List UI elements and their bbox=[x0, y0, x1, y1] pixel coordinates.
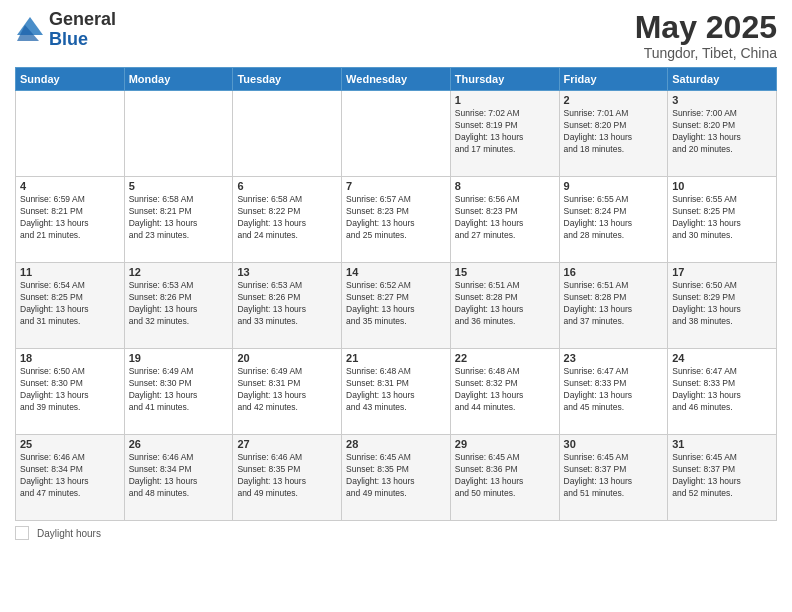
calendar-table: Sunday Monday Tuesday Wednesday Thursday… bbox=[15, 67, 777, 521]
calendar-cell-2-0: 11Sunrise: 6:54 AM Sunset: 8:25 PM Dayli… bbox=[16, 263, 125, 349]
day-info: Sunrise: 6:53 AM Sunset: 8:26 PM Dayligh… bbox=[237, 280, 337, 328]
day-info: Sunrise: 7:01 AM Sunset: 8:20 PM Dayligh… bbox=[564, 108, 664, 156]
header-friday: Friday bbox=[559, 68, 668, 91]
day-info: Sunrise: 6:57 AM Sunset: 8:23 PM Dayligh… bbox=[346, 194, 446, 242]
header: General Blue May 2025 Tungdor, Tibet, Ch… bbox=[15, 10, 777, 61]
calendar-cell-0-3 bbox=[342, 91, 451, 177]
day-info: Sunrise: 6:48 AM Sunset: 8:31 PM Dayligh… bbox=[346, 366, 446, 414]
calendar-cell-4-4: 29Sunrise: 6:45 AM Sunset: 8:36 PM Dayli… bbox=[450, 435, 559, 521]
day-info: Sunrise: 6:55 AM Sunset: 8:25 PM Dayligh… bbox=[672, 194, 772, 242]
calendar-cell-4-6: 31Sunrise: 6:45 AM Sunset: 8:37 PM Dayli… bbox=[668, 435, 777, 521]
day-number: 24 bbox=[672, 352, 772, 364]
day-number: 9 bbox=[564, 180, 664, 192]
page: General Blue May 2025 Tungdor, Tibet, Ch… bbox=[0, 0, 792, 612]
calendar-cell-2-3: 14Sunrise: 6:52 AM Sunset: 8:27 PM Dayli… bbox=[342, 263, 451, 349]
calendar-cell-4-5: 30Sunrise: 6:45 AM Sunset: 8:37 PM Dayli… bbox=[559, 435, 668, 521]
day-info: Sunrise: 6:52 AM Sunset: 8:27 PM Dayligh… bbox=[346, 280, 446, 328]
day-number: 20 bbox=[237, 352, 337, 364]
calendar-cell-4-2: 27Sunrise: 6:46 AM Sunset: 8:35 PM Dayli… bbox=[233, 435, 342, 521]
day-number: 7 bbox=[346, 180, 446, 192]
calendar-cell-1-4: 8Sunrise: 6:56 AM Sunset: 8:23 PM Daylig… bbox=[450, 177, 559, 263]
day-info: Sunrise: 6:48 AM Sunset: 8:32 PM Dayligh… bbox=[455, 366, 555, 414]
day-number: 8 bbox=[455, 180, 555, 192]
calendar-cell-3-5: 23Sunrise: 6:47 AM Sunset: 8:33 PM Dayli… bbox=[559, 349, 668, 435]
day-number: 16 bbox=[564, 266, 664, 278]
logo-blue-text: Blue bbox=[49, 29, 88, 49]
calendar-cell-0-2 bbox=[233, 91, 342, 177]
day-number: 4 bbox=[20, 180, 120, 192]
day-number: 23 bbox=[564, 352, 664, 364]
calendar-cell-4-1: 26Sunrise: 6:46 AM Sunset: 8:34 PM Dayli… bbox=[124, 435, 233, 521]
week-row-5: 25Sunrise: 6:46 AM Sunset: 8:34 PM Dayli… bbox=[16, 435, 777, 521]
day-number: 25 bbox=[20, 438, 120, 450]
logo-icon bbox=[15, 15, 45, 45]
calendar-cell-0-6: 3Sunrise: 7:00 AM Sunset: 8:20 PM Daylig… bbox=[668, 91, 777, 177]
day-info: Sunrise: 6:47 AM Sunset: 8:33 PM Dayligh… bbox=[564, 366, 664, 414]
logo-text: General Blue bbox=[49, 10, 116, 50]
day-number: 12 bbox=[129, 266, 229, 278]
header-thursday: Thursday bbox=[450, 68, 559, 91]
day-info: Sunrise: 6:51 AM Sunset: 8:28 PM Dayligh… bbox=[455, 280, 555, 328]
title-block: May 2025 Tungdor, Tibet, China bbox=[635, 10, 777, 61]
calendar-cell-3-1: 19Sunrise: 6:49 AM Sunset: 8:30 PM Dayli… bbox=[124, 349, 233, 435]
day-info: Sunrise: 6:49 AM Sunset: 8:31 PM Dayligh… bbox=[237, 366, 337, 414]
header-saturday: Saturday bbox=[668, 68, 777, 91]
day-info: Sunrise: 6:50 AM Sunset: 8:30 PM Dayligh… bbox=[20, 366, 120, 414]
day-info: Sunrise: 6:45 AM Sunset: 8:37 PM Dayligh… bbox=[672, 452, 772, 500]
calendar-cell-1-1: 5Sunrise: 6:58 AM Sunset: 8:21 PM Daylig… bbox=[124, 177, 233, 263]
day-number: 28 bbox=[346, 438, 446, 450]
header-monday: Monday bbox=[124, 68, 233, 91]
calendar-cell-1-3: 7Sunrise: 6:57 AM Sunset: 8:23 PM Daylig… bbox=[342, 177, 451, 263]
header-sunday: Sunday bbox=[16, 68, 125, 91]
day-info: Sunrise: 6:46 AM Sunset: 8:34 PM Dayligh… bbox=[129, 452, 229, 500]
day-number: 26 bbox=[129, 438, 229, 450]
day-info: Sunrise: 6:56 AM Sunset: 8:23 PM Dayligh… bbox=[455, 194, 555, 242]
day-info: Sunrise: 6:46 AM Sunset: 8:35 PM Dayligh… bbox=[237, 452, 337, 500]
calendar-header-row: Sunday Monday Tuesday Wednesday Thursday… bbox=[16, 68, 777, 91]
day-info: Sunrise: 6:45 AM Sunset: 8:37 PM Dayligh… bbox=[564, 452, 664, 500]
calendar-cell-2-2: 13Sunrise: 6:53 AM Sunset: 8:26 PM Dayli… bbox=[233, 263, 342, 349]
footer-box bbox=[15, 526, 29, 540]
day-info: Sunrise: 6:50 AM Sunset: 8:29 PM Dayligh… bbox=[672, 280, 772, 328]
day-number: 30 bbox=[564, 438, 664, 450]
calendar-cell-2-4: 15Sunrise: 6:51 AM Sunset: 8:28 PM Dayli… bbox=[450, 263, 559, 349]
location: Tungdor, Tibet, China bbox=[635, 45, 777, 61]
calendar-cell-0-5: 2Sunrise: 7:01 AM Sunset: 8:20 PM Daylig… bbox=[559, 91, 668, 177]
day-info: Sunrise: 6:55 AM Sunset: 8:24 PM Dayligh… bbox=[564, 194, 664, 242]
day-info: Sunrise: 6:49 AM Sunset: 8:30 PM Dayligh… bbox=[129, 366, 229, 414]
month-year: May 2025 bbox=[635, 10, 777, 45]
day-info: Sunrise: 7:02 AM Sunset: 8:19 PM Dayligh… bbox=[455, 108, 555, 156]
day-number: 3 bbox=[672, 94, 772, 106]
calendar-cell-2-1: 12Sunrise: 6:53 AM Sunset: 8:26 PM Dayli… bbox=[124, 263, 233, 349]
day-number: 21 bbox=[346, 352, 446, 364]
day-number: 13 bbox=[237, 266, 337, 278]
week-row-4: 18Sunrise: 6:50 AM Sunset: 8:30 PM Dayli… bbox=[16, 349, 777, 435]
calendar-cell-0-1 bbox=[124, 91, 233, 177]
day-number: 19 bbox=[129, 352, 229, 364]
day-info: Sunrise: 7:00 AM Sunset: 8:20 PM Dayligh… bbox=[672, 108, 772, 156]
day-info: Sunrise: 6:59 AM Sunset: 8:21 PM Dayligh… bbox=[20, 194, 120, 242]
calendar-cell-3-4: 22Sunrise: 6:48 AM Sunset: 8:32 PM Dayli… bbox=[450, 349, 559, 435]
calendar-cell-4-3: 28Sunrise: 6:45 AM Sunset: 8:35 PM Dayli… bbox=[342, 435, 451, 521]
day-number: 31 bbox=[672, 438, 772, 450]
calendar-cell-3-6: 24Sunrise: 6:47 AM Sunset: 8:33 PM Dayli… bbox=[668, 349, 777, 435]
header-tuesday: Tuesday bbox=[233, 68, 342, 91]
calendar-cell-4-0: 25Sunrise: 6:46 AM Sunset: 8:34 PM Dayli… bbox=[16, 435, 125, 521]
day-number: 10 bbox=[672, 180, 772, 192]
day-number: 22 bbox=[455, 352, 555, 364]
calendar-cell-3-3: 21Sunrise: 6:48 AM Sunset: 8:31 PM Dayli… bbox=[342, 349, 451, 435]
day-info: Sunrise: 6:46 AM Sunset: 8:34 PM Dayligh… bbox=[20, 452, 120, 500]
day-number: 2 bbox=[564, 94, 664, 106]
logo-general-text: General bbox=[49, 9, 116, 29]
calendar-cell-3-0: 18Sunrise: 6:50 AM Sunset: 8:30 PM Dayli… bbox=[16, 349, 125, 435]
day-number: 18 bbox=[20, 352, 120, 364]
day-number: 1 bbox=[455, 94, 555, 106]
day-info: Sunrise: 6:45 AM Sunset: 8:36 PM Dayligh… bbox=[455, 452, 555, 500]
day-number: 15 bbox=[455, 266, 555, 278]
day-number: 17 bbox=[672, 266, 772, 278]
day-info: Sunrise: 6:54 AM Sunset: 8:25 PM Dayligh… bbox=[20, 280, 120, 328]
day-info: Sunrise: 6:47 AM Sunset: 8:33 PM Dayligh… bbox=[672, 366, 772, 414]
logo: General Blue bbox=[15, 10, 116, 50]
day-number: 29 bbox=[455, 438, 555, 450]
day-number: 11 bbox=[20, 266, 120, 278]
